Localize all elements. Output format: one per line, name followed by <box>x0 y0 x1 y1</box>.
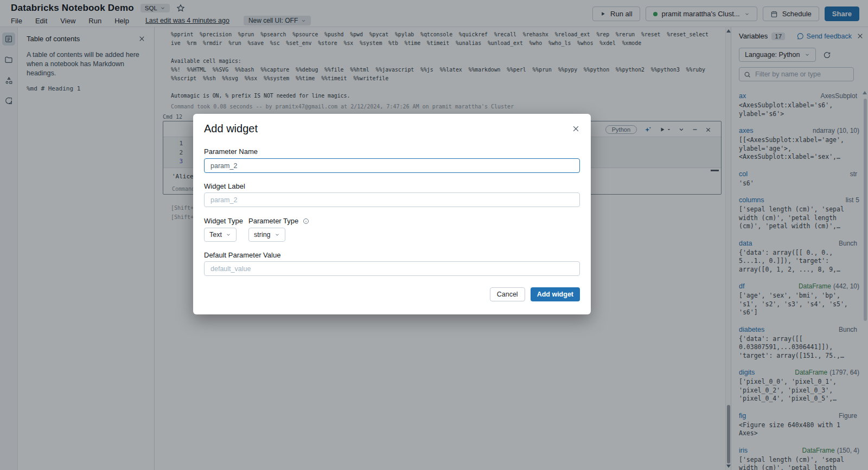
cancel-button[interactable]: Cancel <box>490 287 525 301</box>
chevron-down-icon <box>275 232 280 237</box>
chevron-down-icon <box>226 232 231 237</box>
parameter-type-label-text: Parameter Type <box>248 217 298 225</box>
parameter-type-label: Parameter Type <box>248 217 309 225</box>
default-value-label: Default Parameter Value <box>204 251 280 259</box>
add-widget-modal: Add widget Parameter Name Widget Label W… <box>193 114 591 314</box>
widget-type-label: Widget Type <box>204 217 243 225</box>
widget-type-value: Text <box>209 231 222 239</box>
default-value-input[interactable] <box>204 261 580 276</box>
parameter-type-select[interactable]: string <box>248 228 285 242</box>
databricks-notebook-app: Databricks Notebook Demo SQL File Edit V… <box>0 0 868 470</box>
parameter-name-input[interactable] <box>204 158 580 173</box>
widget-type-select[interactable]: Text <box>204 228 237 242</box>
modal-close-icon[interactable] <box>572 125 580 133</box>
modal-title: Add widget <box>204 123 258 135</box>
parameter-type-value: string <box>254 231 271 239</box>
info-icon[interactable] <box>303 218 309 224</box>
add-widget-button[interactable]: Add widget <box>531 287 580 301</box>
parameter-name-label: Parameter Name <box>204 147 258 156</box>
widget-label-label: Widget Label <box>204 182 245 190</box>
widget-label-input[interactable] <box>204 192 580 207</box>
